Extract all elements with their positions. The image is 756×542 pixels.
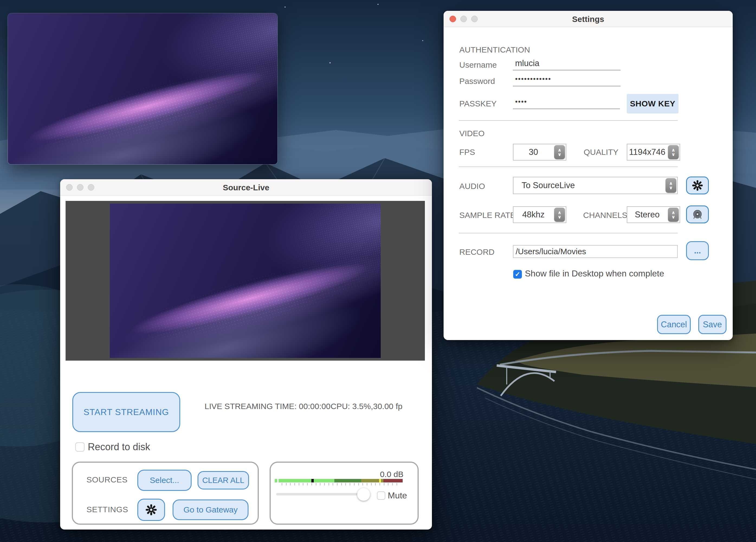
- show-file-checkbox[interactable]: ✓: [513, 270, 522, 278]
- browse-path-button[interactable]: ...: [686, 241, 709, 260]
- authentication-section-label: AUTHENTICATION: [459, 45, 530, 54]
- audio-label: AUDIO: [459, 182, 485, 191]
- quality-stepper-buttons[interactable]: ∧∨: [668, 145, 679, 159]
- source-live-titlebar: Source-Live: [60, 179, 432, 196]
- gear-icon: [145, 504, 157, 516]
- cable-coil-icon: [691, 208, 704, 221]
- audio-device-value: To SourceLive: [513, 177, 665, 194]
- section-divider: [459, 120, 678, 121]
- show-file-label: Show file in Desktop when complete: [525, 269, 664, 278]
- passkey-underline: [513, 109, 620, 109]
- username-underline: [513, 70, 621, 70]
- record-to-disk-label: Record to disk: [88, 441, 150, 453]
- cancel-button[interactable]: Cancel: [657, 315, 691, 334]
- settings-label: SETTINGS: [86, 505, 128, 514]
- window-title: Settings: [444, 15, 733, 24]
- fps-stepper[interactable]: 30 ∧∨: [513, 144, 566, 161]
- audio-device-stepper-buttons[interactable]: ∧∨: [665, 178, 676, 193]
- settings-gear-button[interactable]: [137, 499, 165, 521]
- channels-stepper-buttons[interactable]: ∧∨: [668, 208, 679, 222]
- video-preview-area: [66, 201, 425, 360]
- sample-rate-value: 48khz: [513, 207, 553, 223]
- fps-value: 30: [513, 144, 553, 160]
- settings-window: Settings AUTHENTICATION Username mlucia …: [444, 11, 733, 340]
- particle-artwork: [8, 13, 277, 164]
- username-label: Username: [459, 60, 497, 70]
- username-field[interactable]: mlucia: [515, 59, 539, 68]
- audio-monitor-button[interactable]: [686, 206, 709, 223]
- record-path-value: /Users/lucia/Movies: [516, 247, 586, 256]
- record-path-input[interactable]: /Users/lucia/Movies: [513, 245, 678, 258]
- audio-meter-group: 0.0 dB Mute: [270, 462, 419, 525]
- audio-meter-lead-segment: [275, 479, 277, 482]
- quality-stepper[interactable]: 1194x746 ∧∨: [627, 144, 680, 161]
- quality-value: 1194x746: [627, 144, 667, 160]
- fps-stepper-buttons[interactable]: ∧∨: [554, 145, 565, 159]
- passkey-label: PASSKEY: [459, 99, 497, 108]
- section-divider: [459, 167, 678, 167]
- preview-window: [8, 13, 278, 165]
- audio-device-select[interactable]: To SourceLive ∧∨: [513, 177, 678, 194]
- sample-rate-label: SAMPLE RATE: [459, 211, 516, 220]
- db-level-label: 0.0 dB: [380, 470, 403, 479]
- source-live-window: Source-Live START STREAMING LIVE STREAMI…: [60, 179, 432, 530]
- password-field[interactable]: ••••••••••••: [515, 75, 551, 83]
- sample-rate-stepper-buttons[interactable]: ∧∨: [554, 208, 565, 222]
- sample-rate-stepper[interactable]: 48khz ∧∨: [513, 206, 566, 223]
- channels-value: Stereo: [627, 207, 667, 223]
- go-to-gateway-button[interactable]: Go to Gateway: [173, 499, 248, 520]
- mute-label: Mute: [388, 491, 407, 501]
- volume-slider-thumb[interactable]: [357, 488, 370, 501]
- clear-all-button[interactable]: CLEAR ALL: [198, 471, 249, 489]
- sources-settings-group: SOURCES Select... CLEAR ALL SETTINGS: [72, 462, 259, 525]
- cpu-usage: CPU: 3.5%,30.00 fp: [331, 402, 402, 411]
- video-section-label: VIDEO: [459, 129, 484, 138]
- video-preview-frame: [110, 204, 381, 358]
- window-title: Source-Live: [60, 183, 432, 192]
- passkey-field[interactable]: ••••: [515, 98, 527, 106]
- record-label: RECORD: [459, 248, 495, 257]
- volume-slider-track[interactable]: [276, 493, 364, 495]
- channels-label: CHANNELS: [583, 211, 627, 220]
- settings-titlebar: Settings: [444, 11, 733, 27]
- password-underline: [513, 86, 621, 86]
- section-divider: [459, 233, 678, 234]
- start-streaming-button[interactable]: START STREAMING: [72, 392, 180, 432]
- record-to-disk-checkbox[interactable]: [75, 442, 85, 452]
- live-streaming-time: LIVE STREAMING TIME: 00:00:00: [205, 402, 331, 411]
- password-label: Password: [459, 77, 495, 86]
- fps-label: FPS: [459, 148, 475, 157]
- quality-label: QUALITY: [584, 148, 618, 157]
- channels-stepper[interactable]: Stereo ∧∨: [627, 206, 680, 223]
- show-key-button[interactable]: SHOW KEY: [627, 94, 679, 114]
- gear-icon: [692, 180, 703, 192]
- save-button[interactable]: Save: [698, 315, 726, 334]
- audio-level-meter: [279, 479, 403, 482]
- audio-settings-button[interactable]: [686, 177, 709, 195]
- audio-meter-ticks: [282, 483, 401, 485]
- select-sources-button[interactable]: Select...: [137, 470, 192, 491]
- sources-label: SOURCES: [86, 475, 128, 484]
- mute-checkbox[interactable]: [377, 491, 385, 500]
